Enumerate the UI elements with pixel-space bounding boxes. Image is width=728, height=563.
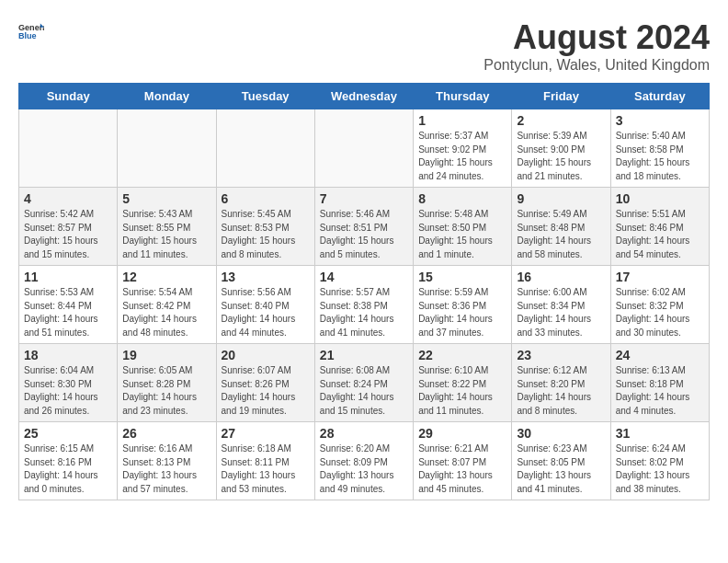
day-number: 20	[222, 348, 310, 362]
calendar-cell: 15Sunrise: 5:59 AM Sunset: 8:36 PM Dayli…	[414, 266, 512, 344]
day-info: Sunrise: 5:54 AM Sunset: 8:42 PM Dayligh…	[122, 286, 210, 339]
day-number: 7	[320, 191, 408, 206]
day-info: Sunrise: 6:15 AM Sunset: 8:16 PM Dayligh…	[24, 442, 112, 496]
calendar-cell: 29Sunrise: 6:21 AM Sunset: 8:07 PM Dayli…	[414, 422, 512, 500]
day-info: Sunrise: 6:02 AM Sunset: 8:32 PM Dayligh…	[616, 286, 704, 339]
day-info: Sunrise: 5:40 AM Sunset: 8:58 PM Dayligh…	[616, 130, 704, 183]
calendar-cell: 3Sunrise: 5:40 AM Sunset: 8:58 PM Daylig…	[610, 109, 709, 188]
calendar-cell	[19, 109, 118, 188]
day-info: Sunrise: 5:37 AM Sunset: 9:02 PM Dayligh…	[418, 130, 506, 183]
calendar-cell: 24Sunrise: 6:13 AM Sunset: 8:18 PM Dayli…	[610, 344, 709, 422]
calendar-cell: 10Sunrise: 5:51 AM Sunset: 8:46 PM Dayli…	[610, 188, 709, 266]
calendar-week-5: 25Sunrise: 6:15 AM Sunset: 8:16 PM Dayli…	[19, 422, 710, 500]
day-number: 22	[418, 348, 506, 362]
day-info: Sunrise: 6:10 AM Sunset: 8:22 PM Dayligh…	[418, 364, 506, 418]
day-info: Sunrise: 6:07 AM Sunset: 8:26 PM Dayligh…	[222, 364, 310, 418]
calendar-cell: 6Sunrise: 5:45 AM Sunset: 8:53 PM Daylig…	[216, 188, 314, 266]
day-info: Sunrise: 6:12 AM Sunset: 8:20 PM Dayligh…	[517, 364, 605, 418]
day-number: 1	[418, 113, 506, 128]
title-area: August 2024 Pontyclun, Wales, United Kin…	[483, 18, 710, 74]
calendar-table: SundayMondayTuesdayWednesdayThursdayFrid…	[18, 83, 710, 500]
day-info: Sunrise: 5:43 AM Sunset: 8:55 PM Dayligh…	[122, 208, 210, 261]
day-number: 3	[616, 113, 704, 128]
calendar-cell: 1Sunrise: 5:37 AM Sunset: 9:02 PM Daylig…	[414, 109, 512, 188]
day-info: Sunrise: 5:39 AM Sunset: 9:00 PM Dayligh…	[517, 130, 605, 183]
day-info: Sunrise: 6:16 AM Sunset: 8:13 PM Dayligh…	[122, 442, 210, 496]
logo-icon: General Blue	[18, 18, 44, 44]
day-info: Sunrise: 5:46 AM Sunset: 8:51 PM Dayligh…	[320, 208, 408, 261]
calendar-cell: 9Sunrise: 5:49 AM Sunset: 8:48 PM Daylig…	[512, 188, 610, 266]
day-number: 31	[616, 426, 704, 441]
day-number: 21	[320, 348, 408, 362]
calendar-cell: 19Sunrise: 6:05 AM Sunset: 8:28 PM Dayli…	[118, 344, 216, 422]
day-number: 13	[222, 270, 310, 284]
subtitle: Pontyclun, Wales, United Kingdom	[483, 57, 710, 74]
day-info: Sunrise: 5:42 AM Sunset: 8:57 PM Dayligh…	[24, 208, 112, 261]
day-number: 25	[24, 426, 112, 441]
day-number: 10	[616, 191, 704, 206]
calendar-cell: 13Sunrise: 5:56 AM Sunset: 8:40 PM Dayli…	[216, 266, 314, 344]
day-info: Sunrise: 6:00 AM Sunset: 8:34 PM Dayligh…	[517, 286, 605, 339]
day-info: Sunrise: 5:59 AM Sunset: 8:36 PM Dayligh…	[418, 286, 506, 339]
logo: General Blue	[18, 18, 44, 44]
calendar-cell: 22Sunrise: 6:10 AM Sunset: 8:22 PM Dayli…	[414, 344, 512, 422]
column-header-friday: Friday	[512, 84, 610, 109]
day-number: 8	[418, 191, 506, 206]
calendar-cell: 11Sunrise: 5:53 AM Sunset: 8:44 PM Dayli…	[19, 266, 118, 344]
column-header-sunday: Sunday	[19, 84, 118, 109]
day-info: Sunrise: 5:51 AM Sunset: 8:46 PM Dayligh…	[616, 208, 704, 261]
day-number: 23	[517, 348, 605, 362]
day-info: Sunrise: 6:05 AM Sunset: 8:28 PM Dayligh…	[122, 364, 210, 418]
calendar-week-2: 4Sunrise: 5:42 AM Sunset: 8:57 PM Daylig…	[19, 188, 710, 266]
day-info: Sunrise: 6:20 AM Sunset: 8:09 PM Dayligh…	[320, 442, 408, 496]
calendar-cell: 21Sunrise: 6:08 AM Sunset: 8:24 PM Dayli…	[314, 344, 413, 422]
calendar-cell: 14Sunrise: 5:57 AM Sunset: 8:38 PM Dayli…	[314, 266, 413, 344]
column-header-wednesday: Wednesday	[314, 84, 413, 109]
calendar-cell: 20Sunrise: 6:07 AM Sunset: 8:26 PM Dayli…	[216, 344, 314, 422]
column-header-tuesday: Tuesday	[216, 84, 314, 109]
day-info: Sunrise: 5:53 AM Sunset: 8:44 PM Dayligh…	[24, 286, 112, 339]
day-info: Sunrise: 6:04 AM Sunset: 8:30 PM Dayligh…	[24, 364, 112, 418]
day-number: 24	[616, 348, 704, 362]
day-info: Sunrise: 6:13 AM Sunset: 8:18 PM Dayligh…	[616, 364, 704, 418]
day-number: 26	[122, 426, 210, 441]
calendar-cell: 28Sunrise: 6:20 AM Sunset: 8:09 PM Dayli…	[314, 422, 413, 500]
calendar-cell: 27Sunrise: 6:18 AM Sunset: 8:11 PM Dayli…	[216, 422, 314, 500]
calendar-body: 1Sunrise: 5:37 AM Sunset: 9:02 PM Daylig…	[19, 109, 710, 500]
day-number: 15	[418, 270, 506, 284]
calendar-cell: 31Sunrise: 6:24 AM Sunset: 8:02 PM Dayli…	[610, 422, 709, 500]
day-info: Sunrise: 6:23 AM Sunset: 8:05 PM Dayligh…	[517, 442, 605, 496]
day-number: 27	[222, 426, 310, 441]
day-number: 12	[122, 270, 210, 284]
day-number: 4	[24, 191, 112, 206]
calendar-cell: 17Sunrise: 6:02 AM Sunset: 8:32 PM Dayli…	[610, 266, 709, 344]
calendar-cell: 16Sunrise: 6:00 AM Sunset: 8:34 PM Dayli…	[512, 266, 610, 344]
calendar-cell: 23Sunrise: 6:12 AM Sunset: 8:20 PM Dayli…	[512, 344, 610, 422]
day-info: Sunrise: 6:18 AM Sunset: 8:11 PM Dayligh…	[222, 442, 310, 496]
day-number: 6	[222, 191, 310, 206]
day-info: Sunrise: 5:57 AM Sunset: 8:38 PM Dayligh…	[320, 286, 408, 339]
day-number: 30	[517, 426, 605, 441]
day-number: 29	[418, 426, 506, 441]
day-number: 5	[122, 191, 210, 206]
day-info: Sunrise: 6:24 AM Sunset: 8:02 PM Dayligh…	[616, 442, 704, 496]
calendar-cell: 5Sunrise: 5:43 AM Sunset: 8:55 PM Daylig…	[118, 188, 216, 266]
day-number: 19	[122, 348, 210, 362]
day-info: Sunrise: 6:21 AM Sunset: 8:07 PM Dayligh…	[418, 442, 506, 496]
day-number: 18	[24, 348, 112, 362]
day-number: 9	[517, 191, 605, 206]
calendar-cell: 30Sunrise: 6:23 AM Sunset: 8:05 PM Dayli…	[512, 422, 610, 500]
calendar-week-3: 11Sunrise: 5:53 AM Sunset: 8:44 PM Dayli…	[19, 266, 710, 344]
day-number: 17	[616, 270, 704, 284]
column-header-saturday: Saturday	[610, 84, 709, 109]
calendar-cell: 12Sunrise: 5:54 AM Sunset: 8:42 PM Dayli…	[118, 266, 216, 344]
column-header-monday: Monday	[118, 84, 216, 109]
day-info: Sunrise: 5:48 AM Sunset: 8:50 PM Dayligh…	[418, 208, 506, 261]
day-number: 2	[517, 113, 605, 128]
column-header-thursday: Thursday	[414, 84, 512, 109]
day-number: 16	[517, 270, 605, 284]
svg-text:Blue: Blue	[18, 31, 37, 40]
calendar-cell	[118, 109, 216, 188]
main-title: August 2024	[483, 18, 710, 57]
day-info: Sunrise: 5:49 AM Sunset: 8:48 PM Dayligh…	[517, 208, 605, 261]
